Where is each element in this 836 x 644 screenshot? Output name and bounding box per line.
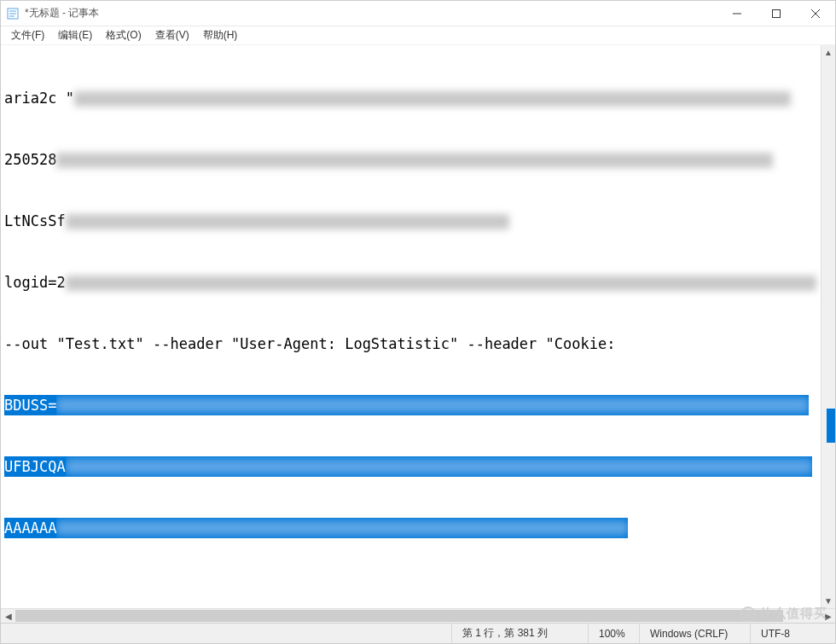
scroll-highlight-indicator xyxy=(827,409,835,443)
text-fragment: 250528 xyxy=(4,149,56,170)
maximize-icon xyxy=(772,9,781,18)
close-icon xyxy=(811,9,820,18)
redacted-text-selected xyxy=(56,518,628,538)
text-fragment-selected: AAAAAA xyxy=(4,518,56,538)
redacted-text xyxy=(66,276,816,291)
maximize-button[interactable] xyxy=(757,1,796,26)
text-line: --out "Test.txt" --header "User-Agent: L… xyxy=(4,334,832,354)
text-fragment-selected: UFBJCQA xyxy=(4,456,66,477)
menu-view[interactable]: 查看(V) xyxy=(148,26,196,44)
scroll-right-icon[interactable]: ▶ xyxy=(821,609,835,623)
status-encoding: UTF-8 xyxy=(750,624,835,643)
redacted-text xyxy=(74,91,791,107)
close-button[interactable] xyxy=(796,1,835,26)
text-line: aria2c " xyxy=(4,88,832,108)
horizontal-scrollbar[interactable]: ◀ ▶ xyxy=(1,608,835,623)
content-area: aria2c " 250528 LtNCsSf logid=2 --out "T… xyxy=(1,45,835,608)
status-spacer xyxy=(1,624,451,643)
window-controls xyxy=(717,1,835,26)
title-bar[interactable]: *无标题 - 记事本 xyxy=(1,1,835,26)
menu-bar: 文件(F) 编辑(E) 格式(O) 查看(V) 帮助(H) xyxy=(1,26,835,45)
menu-edit[interactable]: 编辑(E) xyxy=(51,26,99,44)
menu-help[interactable]: 帮助(H) xyxy=(196,26,245,44)
menu-file[interactable]: 文件(F) xyxy=(4,26,51,44)
text-line-selected: AAAAAA xyxy=(4,518,832,538)
minimize-button[interactable] xyxy=(717,1,757,26)
vertical-scrollbar[interactable]: ▲ ▼ xyxy=(821,45,835,608)
redacted-text-selected xyxy=(56,395,809,415)
text-fragment: aria2c " xyxy=(4,88,74,108)
text-fragment: LtNCsSf xyxy=(4,211,66,231)
scroll-left-icon[interactable]: ◀ xyxy=(1,609,15,623)
status-zoom: 100% xyxy=(588,624,639,643)
text-line: LtNCsSf xyxy=(4,211,832,231)
status-cursor-position: 第 1 行，第 381 列 xyxy=(451,624,588,643)
menu-format[interactable]: 格式(O) xyxy=(99,26,148,44)
text-line: logid=2 xyxy=(4,272,832,293)
status-line-ending: Windows (CRLF) xyxy=(639,624,750,643)
text-fragment: logid=2 xyxy=(4,272,66,293)
text-editor[interactable]: aria2c " 250528 LtNCsSf logid=2 --out "T… xyxy=(1,45,835,581)
text-line: 250528 xyxy=(4,149,832,170)
status-bar: 第 1 行，第 381 列 100% Windows (CRLF) UTF-8 xyxy=(1,623,835,643)
scroll-up-icon[interactable]: ▲ xyxy=(821,45,835,60)
redacted-text xyxy=(66,214,509,229)
notepad-window: *无标题 - 记事本 文件(F) 编辑(E) 格式(O) 查看(V) 帮助(H)… xyxy=(0,0,836,644)
redacted-text xyxy=(56,153,773,168)
text-fragment: --out "Test.txt" --header "User-Agent: L… xyxy=(4,334,615,354)
scroll-down-icon[interactable]: ▼ xyxy=(821,594,835,608)
text-line-selected: BDUSS= xyxy=(4,395,832,415)
window-title: *无标题 - 记事本 xyxy=(25,6,717,20)
text-line-selected: UFBJCQA xyxy=(4,456,832,477)
redacted-text-selected xyxy=(66,456,812,477)
horizontal-scroll-thumb[interactable] xyxy=(15,610,783,622)
minimize-icon xyxy=(733,9,741,18)
app-icon xyxy=(6,7,20,20)
text-fragment-selected: BDUSS= xyxy=(4,395,56,415)
svg-rect-5 xyxy=(773,9,781,17)
